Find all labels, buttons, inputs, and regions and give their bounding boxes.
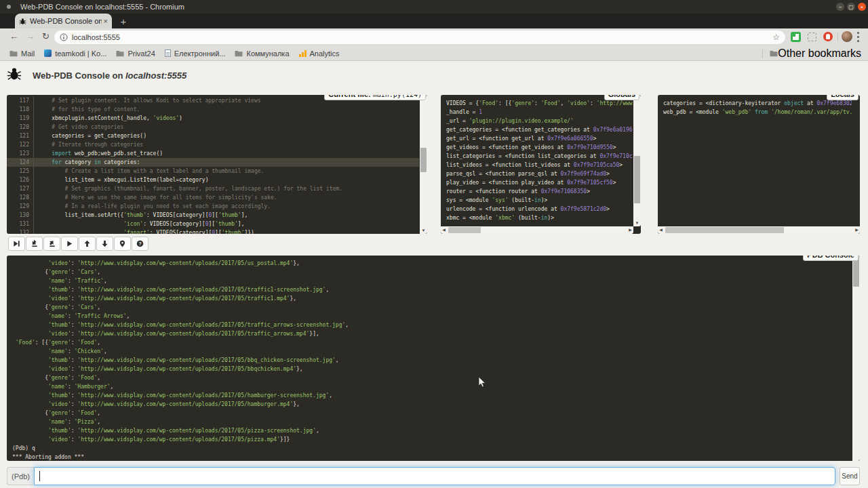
- help-icon: ?: [136, 240, 144, 247]
- bug-icon: [7, 66, 22, 81]
- console-line: *** Aborting addon ***: [12, 453, 846, 461]
- locals-panel: Locals categories = <dictionary-keyitera…: [658, 95, 860, 234]
- browser-menu-icon[interactable]: [856, 32, 859, 42]
- console-line: 'name': 'Hamburger',: [12, 382, 846, 391]
- current-file-label: Current file: main.py(124): [324, 95, 426, 100]
- tab-strip: Web-PDB Console on loca × +: [0, 14, 868, 28]
- kodi-icon: [44, 49, 52, 57]
- console-line: {'genre': 'Cars',: [12, 303, 846, 312]
- tab-title: Web-PDB Console on loca: [30, 17, 102, 25]
- maximize-button[interactable]: ▢: [847, 3, 855, 11]
- web-pdb-page: Web-PDB Console on localhost:5555 Curren…: [0, 61, 868, 488]
- bookmarks-separator: [762, 49, 763, 58]
- continue-button[interactable]: [61, 237, 78, 251]
- map-marker-icon: [119, 240, 126, 247]
- browser-tab[interactable]: Web-PDB Console on loca ×: [15, 14, 112, 28]
- url-text[interactable]: localhost:5555: [72, 33, 772, 41]
- profile-avatar[interactable]: [842, 31, 852, 42]
- arrow-down-icon: [101, 240, 108, 247]
- new-tab-button[interactable]: +: [117, 14, 130, 28]
- console-line: {'genre': 'Cars',: [12, 268, 846, 277]
- global-variable: list_videos = <function list_videos at 0…: [446, 161, 627, 169]
- back-icon[interactable]: ←: [9, 31, 18, 41]
- pdb-prompt-label: (Pdb): [7, 467, 34, 485]
- global-variable: xbmc = <module 'xbmc' (built-in)>: [446, 214, 627, 222]
- local-variable: web_pdb = <module 'web_pdb' from '/home/…: [663, 108, 846, 117]
- globals-vertical-scrollbar[interactable]: ▼: [633, 95, 641, 226]
- locals-horizontal-scrollbar[interactable]: ◀ ▶: [658, 226, 860, 234]
- console-line: 'thumb': 'http://www.vidsplay.com/wp-con…: [12, 426, 846, 435]
- step-button[interactable]: [26, 237, 43, 251]
- pdb-command-input[interactable]: [34, 467, 835, 485]
- console-line: 'video': 'http://www.vidsplay.com/wp-con…: [12, 259, 846, 268]
- bookmark-electronny[interactable]: Електронний...: [165, 49, 226, 58]
- global-variable: get_categories = <function get_categorie…: [446, 125, 627, 134]
- code-line: 125 # Create a list item with a text lab…: [7, 167, 419, 176]
- code-line: 122 # Iterate through categories: [7, 140, 419, 149]
- screen: Web-PDB Console on localhost:5555 - Chro…: [0, 0, 868, 488]
- up-button[interactable]: [79, 237, 96, 251]
- bookmark-teamkodi[interactable]: teamkodi | Ko...: [44, 49, 106, 58]
- globals-horizontal-scrollbar[interactable]: ◀ ▶: [441, 226, 633, 234]
- global-variable: _handle = 1: [446, 108, 627, 117]
- code-line: 119 xbmcplugin.setContent(_handle, 'vide…: [7, 114, 419, 123]
- console-line: {'genre': 'Food',: [12, 409, 846, 418]
- console-vertical-scrollbar[interactable]: [852, 256, 860, 461]
- console-line: 'name': 'Traffic',: [12, 277, 846, 285]
- code-line: 132 'fanart': VIDEOS[category][0]['thumb…: [7, 228, 419, 234]
- bookmark-mail[interactable]: Mail: [9, 49, 35, 58]
- bookmark-star-icon[interactable]: ☆: [772, 33, 780, 42]
- current-file-panel: Current file: main.py(124) 117 # Set plu…: [7, 95, 427, 234]
- folder-icon: [770, 50, 778, 57]
- globals-listing: VIDEOS = {'Food': [{'genre': 'Food', 'vi…: [441, 98, 633, 226]
- dashed-placeholder-extension-icon[interactable]: [808, 33, 816, 41]
- info-icon[interactable]: [60, 33, 68, 41]
- code-line: 120 # Get video categories: [7, 123, 419, 131]
- return-button[interactable]: [43, 237, 60, 251]
- reload-icon[interactable]: ↻: [42, 31, 50, 41]
- code-vertical-scrollbar[interactable]: ▲ ▼: [420, 95, 427, 234]
- text-caret: [39, 471, 40, 481]
- console-line: 'Food': [{'genre': 'Food',: [12, 338, 846, 347]
- global-variable: urlencode = <function urlencode at 0x7f9…: [446, 205, 627, 214]
- other-bookmarks[interactable]: Other bookmarks: [762, 46, 861, 61]
- mouse-cursor: [478, 376, 486, 388]
- where-button[interactable]: [114, 237, 131, 251]
- next-button[interactable]: [8, 237, 25, 251]
- code-line: 127 # Set graphics (thumbnail, fanart, b…: [7, 184, 419, 193]
- tab-close-icon[interactable]: ×: [104, 17, 108, 25]
- console-line: (Pdb) q: [12, 444, 846, 453]
- global-variable: router = <function router at 0x7f9e71068…: [446, 187, 627, 196]
- send-button[interactable]: Send: [840, 467, 860, 485]
- toolbar-separator: [837, 33, 838, 41]
- down-button[interactable]: [96, 237, 113, 251]
- minimize-button[interactable]: −: [836, 3, 844, 11]
- green-arrow-extension-icon[interactable]: [791, 32, 801, 42]
- global-variable: get_videos = <function get_videos at 0x7…: [446, 143, 627, 152]
- page-title: Web-PDB Console on localhost:5555: [33, 70, 186, 81]
- console-line: 'video': 'http://www.vidsplay.com/wp-con…: [12, 365, 846, 373]
- bookmark-privat24[interactable]: Privat24: [116, 49, 155, 58]
- bar-chart-icon: [299, 49, 307, 57]
- global-variable: play_video = <function play_video at 0x7…: [446, 178, 627, 187]
- arrow-up-icon: [83, 240, 91, 247]
- red-hand-extension-icon[interactable]: [823, 32, 833, 41]
- global-variable: list_categories = <function list_categor…: [446, 152, 627, 161]
- console-line: 'name': 'Traffic Arrows',: [12, 312, 846, 321]
- console-line: 'thumb': 'http://www.vidsplay.com/wp-con…: [12, 391, 846, 400]
- console-line: 'video': 'http://www.vidsplay.com/wp-con…: [12, 400, 846, 409]
- bookmarks-bar: Mail teamkodi | Ko... Privat24 Електронн…: [0, 46, 868, 61]
- code-line: 121 categories = get_categories(): [7, 131, 419, 140]
- browser-toolbar: ← → ↻ localhost:5555 ☆: [0, 28, 868, 46]
- console-line: 'video': 'http://www.vidsplay.com/wp-con…: [12, 294, 846, 303]
- bookmark-analytics[interactable]: Analytics: [299, 49, 340, 58]
- code-line: 118 # for this type of content.: [7, 105, 419, 114]
- console-line: 'name': 'Pizza',: [12, 418, 846, 426]
- bookmark-kommunalka[interactable]: Коммуналка: [235, 49, 289, 58]
- address-bar[interactable]: localhost:5555 ☆: [54, 30, 785, 44]
- svg-text:?: ?: [138, 241, 141, 246]
- help-button[interactable]: ?: [132, 237, 149, 251]
- close-window-button[interactable]: ×: [858, 3, 866, 11]
- global-variable: parse_qsl = <function parse_qsl at 0x7f9…: [446, 169, 627, 178]
- folder-icon: [235, 50, 243, 57]
